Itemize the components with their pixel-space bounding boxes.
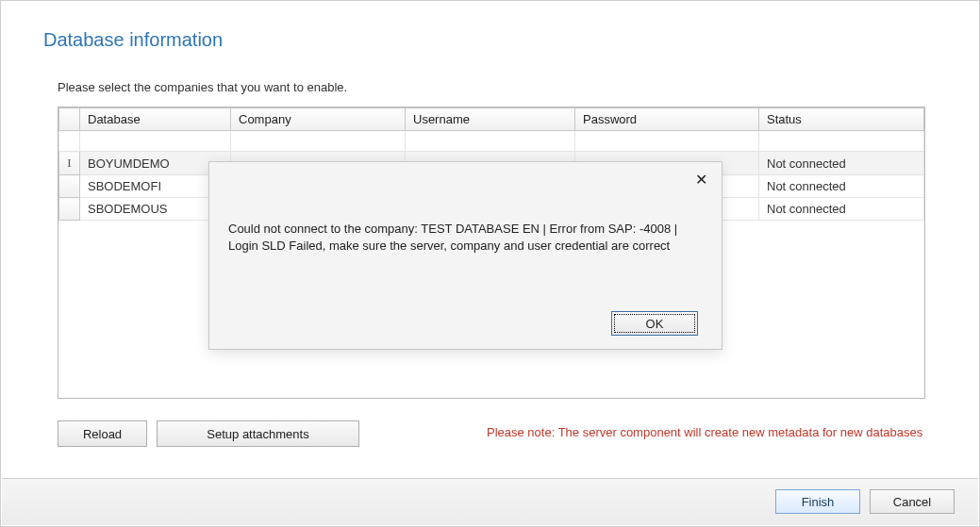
cell-status: Not connected <box>759 175 924 198</box>
reload-button[interactable]: Reload <box>58 420 147 447</box>
error-dialog: ✕ Could not connect to the company: TEST… <box>208 161 723 350</box>
cell-status: Not connected <box>759 152 924 175</box>
row-handle-header <box>59 108 80 131</box>
close-icon[interactable]: ✕ <box>691 172 710 190</box>
metadata-warning: Please note: The server component will c… <box>487 425 922 439</box>
col-status[interactable]: Status <box>759 108 924 131</box>
filter-password[interactable] <box>575 131 759 152</box>
filter-company[interactable] <box>231 131 406 152</box>
col-password[interactable]: Password <box>575 108 759 131</box>
cancel-button[interactable]: Cancel <box>870 489 955 514</box>
filter-username[interactable] <box>406 131 575 152</box>
wizard-page: Database information Please select the c… <box>0 0 980 527</box>
setup-attachments-button[interactable]: Setup attachments <box>157 420 359 447</box>
col-company[interactable]: Company <box>231 108 406 131</box>
row-handle[interactable]: I <box>59 152 80 175</box>
ok-button[interactable]: OK <box>611 311 698 336</box>
finish-button[interactable]: Finish <box>775 489 860 514</box>
filter-status[interactable] <box>759 131 924 152</box>
filter-handle <box>59 131 80 152</box>
row-handle[interactable] <box>59 198 80 221</box>
filter-row[interactable] <box>59 131 924 152</box>
table-header-row: Database Company Username Password Statu… <box>59 108 924 131</box>
page-title: Database information <box>43 29 223 51</box>
col-username[interactable]: Username <box>406 108 575 131</box>
row-handle[interactable] <box>59 175 80 198</box>
col-database[interactable]: Database <box>80 108 231 131</box>
wizard-footer: Finish Cancel <box>2 478 978 525</box>
filter-database[interactable] <box>80 131 231 152</box>
instruction-text: Please select the companies that you wan… <box>58 80 347 94</box>
error-message: Could not connect to the company: TEST D… <box>228 221 684 254</box>
cell-status: Not connected <box>759 198 924 221</box>
